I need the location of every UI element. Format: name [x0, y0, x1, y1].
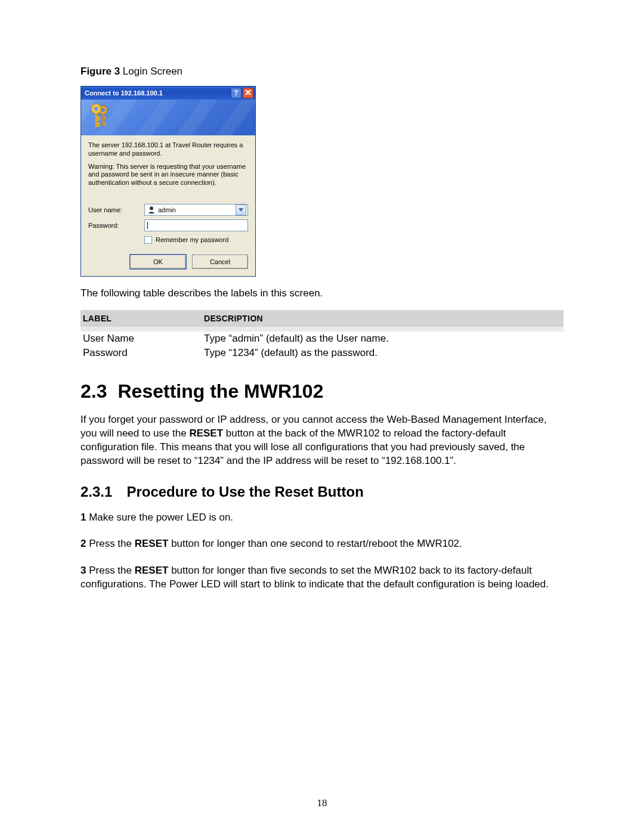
- dialog-button-row: OK Cancel: [88, 255, 248, 269]
- ok-button[interactable]: OK: [130, 255, 186, 269]
- table-cell-label: Password: [80, 346, 202, 360]
- remember-label: Remember my password: [156, 236, 228, 243]
- table-cell-description: Type “admin” (default) as the User name.: [202, 332, 564, 346]
- step-item: 2 Press the RESET button for longer than…: [80, 537, 564, 551]
- dialog-titlebar[interactable]: Connect to 192.168.100.1 ?: [81, 86, 255, 100]
- remember-row: Remember my password: [144, 236, 248, 244]
- text-caret: [147, 222, 148, 229]
- table-intro: The following table describes the labels…: [80, 287, 564, 299]
- svg-point-4: [150, 206, 153, 210]
- section-title: Resetting the MWR102: [117, 380, 323, 402]
- subsection-heading: 2.3.1Procedure to Use the Reset Button: [80, 484, 564, 500]
- svg-point-1: [101, 108, 105, 112]
- close-icon: [245, 89, 251, 97]
- subsection-title: Procedure to Use the Reset Button: [126, 484, 363, 500]
- document-page: Figure 3 Login Screen Connect to 192.168…: [0, 0, 644, 833]
- subsection-number: 2.3.1: [80, 484, 112, 500]
- table-row: Password Type “1234” (default) as the pa…: [80, 346, 564, 360]
- user-icon: [147, 206, 156, 214]
- page-number: 18: [0, 797, 644, 809]
- username-field[interactable]: admin: [144, 204, 248, 216]
- help-button[interactable]: ?: [231, 88, 242, 98]
- svg-point-2: [91, 104, 101, 114]
- username-dropdown-button[interactable]: [236, 205, 246, 215]
- dialog-banner: [81, 100, 255, 135]
- section-paragraph: If you forget your password or IP addres…: [80, 413, 564, 468]
- dialog-body: The server 192.168.100.1 at Travel Route…: [81, 135, 255, 276]
- svg-point-3: [94, 107, 98, 111]
- close-button[interactable]: [243, 88, 253, 98]
- figure-label: Figure 3: [80, 66, 120, 77]
- table-row: User Name Type “admin” (default) as the …: [80, 332, 564, 346]
- password-label: Password:: [88, 222, 144, 229]
- keys-icon: [86, 102, 113, 129]
- table-header-label: Label: [80, 310, 202, 327]
- cancel-button-label: Cancel: [210, 258, 230, 265]
- username-row: User name: admin: [88, 204, 248, 216]
- svg-point-0: [98, 106, 107, 114]
- table-cell-description: Type “1234” (default) as the password.: [202, 346, 564, 360]
- label-description-table: Label Description User Name Type “admin”…: [80, 310, 564, 360]
- step-item: 1 Make sure the power LED is on.: [80, 511, 564, 525]
- remember-checkbox[interactable]: [144, 236, 152, 244]
- warning-message: Warning: This server is requesting that …: [88, 163, 248, 187]
- table-cell-label: User Name: [80, 332, 202, 346]
- username-value: admin: [156, 206, 236, 213]
- help-icon: ?: [234, 89, 238, 97]
- figure-caption: Figure 3 Login Screen: [80, 66, 564, 78]
- ok-button-label: OK: [153, 258, 163, 265]
- login-dialog: Connect to 192.168.100.1 ?: [80, 86, 256, 277]
- section-number: 2.3: [80, 380, 107, 402]
- dialog-title: Connect to 192.168.100.1: [85, 89, 230, 97]
- chevron-down-icon: [237, 208, 245, 212]
- password-row: Password:: [88, 219, 248, 231]
- username-label: User name:: [88, 206, 144, 213]
- cancel-button[interactable]: Cancel: [192, 255, 248, 269]
- server-message: The server 192.168.100.1 at Travel Route…: [88, 141, 248, 158]
- step-item: 3 Press the RESET button for longer than…: [80, 564, 564, 592]
- table-header-description: Description: [202, 310, 564, 327]
- section-heading: 2.3Resetting the MWR102: [80, 380, 564, 402]
- password-field[interactable]: [144, 219, 248, 231]
- figure-title: Login Screen: [123, 66, 182, 77]
